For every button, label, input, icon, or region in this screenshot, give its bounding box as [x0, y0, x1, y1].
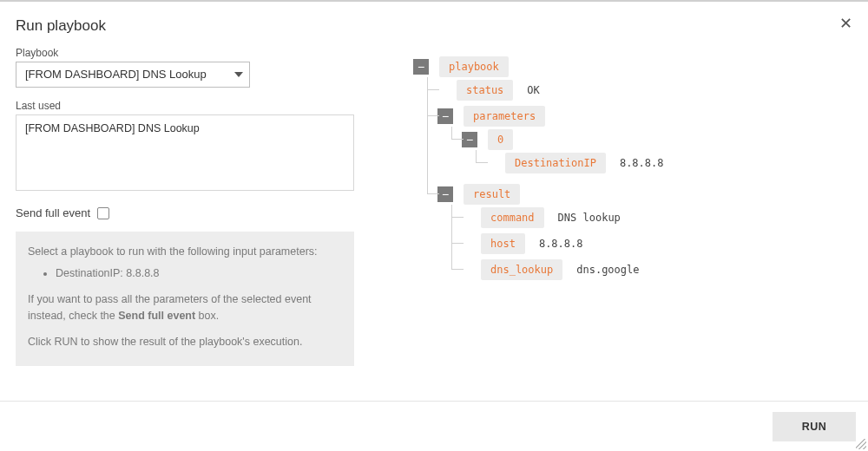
key-dns-lookup: dns_lookup: [481, 259, 562, 280]
playbook-select[interactable]: [FROM DASHBOARD] DNS Lookup: [16, 62, 250, 88]
playbook-label: Playbook: [16, 47, 363, 59]
send-full-event-row: Send full event: [16, 206, 363, 219]
run-playbook-modal: ✕ Run playbook Playbook [FROM DASHBOARD]…: [0, 0, 868, 451]
close-icon[interactable]: ✕: [839, 16, 852, 31]
left-panel: Run playbook Playbook [FROM DASHBOARD] D…: [16, 17, 363, 402]
info-line-2c: box.: [195, 310, 219, 322]
key-playbook: playbook: [439, 56, 509, 77]
tree-node-result: − result command DNS lookup: [439, 181, 852, 285]
collapse-icon[interactable]: −: [437, 186, 453, 202]
info-line-1: Select a playbook to run with the follow…: [28, 244, 342, 260]
chevron-down-icon: [234, 72, 243, 77]
run-button[interactable]: RUN: [773, 412, 856, 441]
info-bullet-destinationip: DestinationIP: 8.8.8.8: [56, 265, 342, 282]
collapse-icon[interactable]: −: [462, 132, 477, 147]
val-dns-lookup: dns.google: [571, 264, 639, 276]
result-tree: − playbook status OK −: [363, 17, 852, 402]
modal-title: Run playbook: [16, 17, 363, 35]
last-used-box[interactable]: [FROM DASHBOARD] DNS Lookup: [16, 114, 354, 191]
key-status: status: [457, 80, 513, 101]
collapse-icon[interactable]: −: [437, 108, 453, 124]
val-status: OK: [522, 84, 539, 96]
key-destinationip: DestinationIP: [505, 153, 606, 173]
send-full-event-label: Send full event: [16, 206, 90, 219]
tree-node-playbook: − playbook status OK −: [415, 54, 852, 288]
val-destinationip: 8.8.8.8: [615, 157, 664, 169]
tree-node-dns-lookup: dns_lookup dns.google: [464, 257, 852, 283]
key-parameters: parameters: [464, 106, 545, 127]
tree-node-status: status OK: [439, 77, 852, 103]
key-host: host: [481, 233, 525, 254]
tree-node-destinationip: DestinationIP 8.8.8.8: [488, 150, 852, 176]
tree-node-param-0: − 0 DestinationIP 8.8.8.8: [464, 127, 852, 179]
modal-footer: RUN: [0, 401, 868, 451]
info-box: Select a playbook to run with the follow…: [16, 232, 354, 366]
last-used-value: [FROM DASHBOARD] DNS Lookup: [25, 122, 200, 134]
tree-node-command: command DNS lookup: [464, 205, 852, 231]
playbook-select-value: [FROM DASHBOARD] DNS Lookup: [16, 62, 250, 88]
val-command: DNS lookup: [553, 212, 621, 224]
modal-content: Run playbook Playbook [FROM DASHBOARD] D…: [0, 2, 868, 402]
tree-node-host: host 8.8.8.8: [464, 231, 852, 257]
tree-node-parameters: − parameters − 0: [439, 103, 852, 181]
key-result: result: [464, 184, 520, 205]
send-full-event-checkbox[interactable]: [97, 207, 109, 219]
info-line-2: If you want to pass all the parameters o…: [28, 291, 342, 325]
info-line-3: Click RUN to show the result of the play…: [28, 334, 342, 350]
collapse-icon[interactable]: −: [413, 59, 429, 75]
key-param-0: 0: [488, 129, 513, 150]
info-line-2b: Send full event: [118, 310, 195, 322]
key-command: command: [481, 207, 544, 228]
val-host: 8.8.8.8: [534, 238, 583, 250]
last-used-label: Last used: [16, 100, 363, 112]
